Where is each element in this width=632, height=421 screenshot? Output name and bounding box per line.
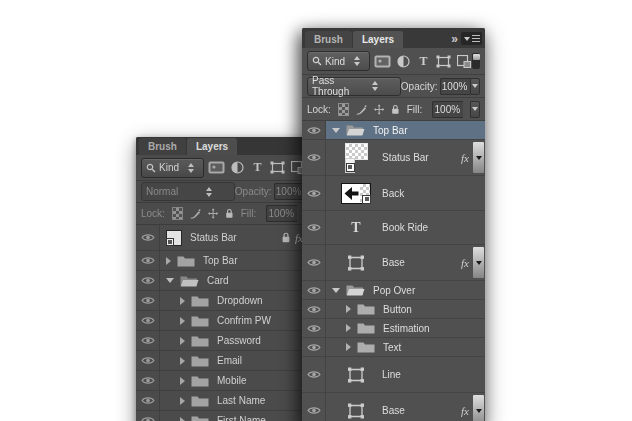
- filter-toggle-switch[interactable]: [472, 53, 480, 69]
- group-row-estimation[interactable]: Estimation: [302, 319, 485, 338]
- visibility-toggle[interactable]: [302, 245, 326, 280]
- layer-thumbnail[interactable]: [166, 230, 182, 246]
- lock-paint-icon[interactable]: [356, 103, 367, 116]
- group-row-confrim-pw[interactable]: Confrim PW: [136, 311, 319, 331]
- group-row-password[interactable]: Password: [136, 331, 319, 351]
- expand-triangle-icon[interactable]: [180, 297, 185, 305]
- pixel-layer-filter-icon[interactable]: [208, 159, 225, 177]
- visibility-toggle[interactable]: [136, 371, 160, 390]
- lock-transparency-icon[interactable]: [172, 207, 183, 220]
- lock-all-icon[interactable]: [225, 207, 234, 220]
- visibility-toggle[interactable]: [302, 140, 326, 175]
- expand-triangle-icon[interactable]: [180, 397, 185, 405]
- collapse-panel-icon[interactable]: »: [451, 34, 461, 48]
- adjustment-layer-filter-icon[interactable]: [395, 52, 411, 70]
- blend-mode-select[interactable]: Normal: [141, 182, 235, 201]
- fx-disclosure-button[interactable]: [473, 395, 484, 421]
- visibility-toggle[interactable]: [302, 393, 326, 421]
- type-layer-icon[interactable]: T: [351, 221, 360, 235]
- expand-triangle-icon[interactable]: [346, 324, 351, 332]
- kind-filter-dropdown[interactable]: Kind: [307, 51, 370, 71]
- tab-brush[interactable]: Brush: [139, 138, 186, 155]
- group-row-last-name[interactable]: Last Name: [136, 391, 319, 411]
- layer-thumbnail[interactable]: [346, 144, 367, 172]
- collapse-triangle-icon[interactable]: [332, 128, 340, 133]
- shape-layer-filter-icon[interactable]: [270, 159, 286, 177]
- opacity-value-field[interactable]: 100%: [440, 78, 470, 95]
- lock-paint-icon[interactable]: [190, 207, 201, 220]
- expand-triangle-icon[interactable]: [180, 337, 185, 345]
- layer-row-back[interactable]: Back: [302, 176, 485, 211]
- fill-value-field[interactable]: 100%: [266, 205, 297, 222]
- fx-disclosure-button[interactable]: [473, 142, 484, 173]
- type-layer-filter-icon[interactable]: T: [249, 159, 265, 177]
- expand-triangle-icon[interactable]: [180, 377, 185, 385]
- expand-triangle-icon[interactable]: [180, 417, 185, 421]
- collapse-triangle-icon[interactable]: [166, 278, 174, 283]
- lock-transparency-icon[interactable]: [338, 103, 349, 116]
- visibility-toggle[interactable]: [302, 176, 326, 210]
- group-row-pop-over[interactable]: Pop Over: [302, 281, 485, 300]
- expand-triangle-icon[interactable]: [346, 343, 351, 351]
- kind-filter-dropdown[interactable]: Kind: [141, 158, 204, 178]
- panel-menu-button[interactable]: [461, 32, 482, 45]
- group-row-button[interactable]: Button: [302, 300, 485, 319]
- type-layer-filter-icon[interactable]: T: [415, 52, 431, 70]
- lock-all-icon[interactable]: [391, 103, 400, 116]
- layer-row-line[interactable]: Line: [302, 357, 485, 393]
- opacity-value-field[interactable]: 100%: [274, 183, 304, 200]
- visibility-toggle[interactable]: [136, 391, 160, 410]
- group-row-mobile[interactable]: Mobile: [136, 371, 319, 391]
- visibility-toggle[interactable]: [302, 211, 326, 244]
- fill-value-field[interactable]: 100%: [432, 101, 463, 118]
- group-row-top-bar[interactable]: Top Bar: [302, 121, 485, 140]
- shape-layer-icon[interactable]: [347, 403, 365, 419]
- layer-row-status-bar[interactable]: Status Bar fx: [136, 225, 319, 251]
- lock-position-icon[interactable]: [374, 103, 384, 116]
- group-row-dropdown[interactable]: Dropdown: [136, 291, 319, 311]
- visibility-toggle[interactable]: [136, 411, 160, 421]
- visibility-toggle[interactable]: [302, 281, 326, 299]
- blend-mode-select[interactable]: Pass Through: [307, 77, 401, 96]
- group-row-top-bar[interactable]: Top Bar: [136, 251, 319, 271]
- expand-triangle-icon[interactable]: [180, 317, 185, 325]
- shape-layer-filter-icon[interactable]: [436, 52, 452, 70]
- tab-brush[interactable]: Brush: [305, 31, 352, 48]
- visibility-toggle[interactable]: [302, 121, 326, 139]
- visibility-toggle[interactable]: [302, 300, 326, 318]
- adjustment-layer-filter-icon[interactable]: [229, 159, 245, 177]
- group-row-email[interactable]: Email: [136, 351, 319, 371]
- visibility-toggle[interactable]: [136, 251, 160, 270]
- visibility-toggle[interactable]: [302, 319, 326, 337]
- layer-row-book-ride[interactable]: T Book Ride: [302, 211, 485, 245]
- visibility-toggle[interactable]: [136, 291, 160, 310]
- visibility-toggle[interactable]: [136, 311, 160, 330]
- opacity-dropdown-button[interactable]: [470, 78, 480, 95]
- expand-triangle-icon[interactable]: [346, 305, 351, 313]
- expand-triangle-icon[interactable]: [180, 357, 185, 365]
- group-row-card[interactable]: Card: [136, 271, 319, 291]
- group-row-first-name[interactable]: First Name: [136, 411, 319, 421]
- visibility-toggle[interactable]: [136, 351, 160, 370]
- collapse-triangle-icon[interactable]: [332, 288, 340, 293]
- tab-layers[interactable]: Layers: [187, 138, 237, 155]
- layer-row-status-bar[interactable]: Status Bar fx: [302, 140, 485, 176]
- shape-layer-icon[interactable]: [347, 255, 365, 271]
- visibility-toggle[interactable]: [136, 331, 160, 350]
- visibility-toggle[interactable]: [136, 225, 160, 250]
- group-row-text[interactable]: Text: [302, 338, 485, 357]
- shape-layer-icon[interactable]: [347, 367, 365, 383]
- expand-triangle-icon[interactable]: [166, 257, 171, 265]
- tab-layers[interactable]: Layers: [353, 31, 403, 48]
- layer-thumbnail[interactable]: [341, 183, 371, 204]
- visibility-toggle[interactable]: [302, 357, 326, 392]
- layer-row-base[interactable]: Base fx: [302, 245, 485, 281]
- lock-position-icon[interactable]: [208, 207, 218, 220]
- fx-disclosure-button[interactable]: [473, 247, 484, 278]
- layer-row-base-2[interactable]: Base fx: [302, 393, 485, 421]
- fill-dropdown-button[interactable]: [470, 101, 480, 118]
- smart-object-filter-icon[interactable]: [456, 52, 472, 70]
- visibility-toggle[interactable]: [302, 338, 326, 356]
- visibility-toggle[interactable]: [136, 271, 160, 290]
- pixel-layer-filter-icon[interactable]: [374, 52, 391, 70]
